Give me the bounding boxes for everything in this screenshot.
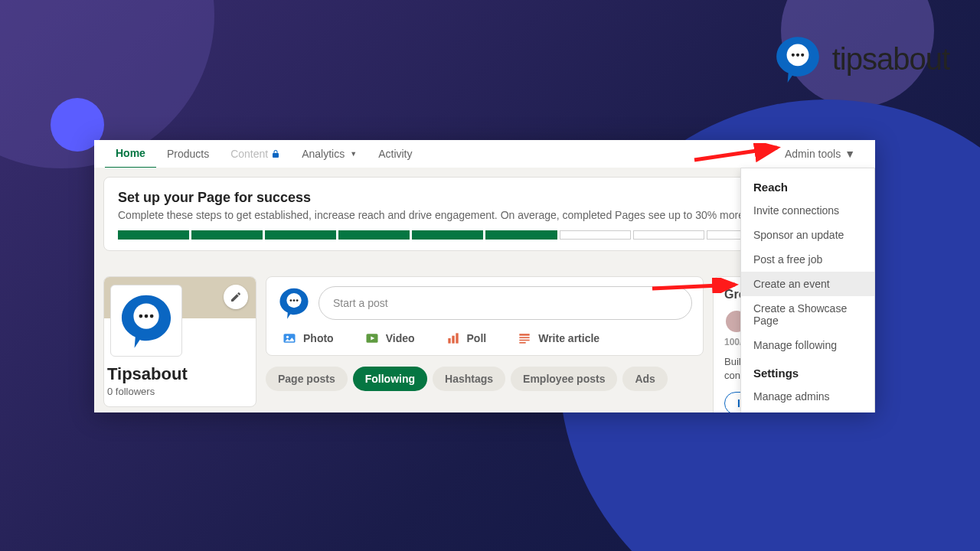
start-post-card: Start a post Photo Video Poll [266,276,704,356]
chip-following[interactable]: Following [353,367,427,391]
photo-icon [282,331,297,346]
svg-point-3 [801,54,804,57]
progress-segment [560,230,631,240]
svg-point-9 [290,299,292,302]
admin-tools-label: Admin tools [785,148,841,160]
dd-sponsor-update[interactable]: Sponsor an update [741,223,874,247]
post-actions: Photo Video Poll Write article [277,331,692,346]
progress-segment [191,230,263,240]
svg-point-6 [145,315,149,318]
edit-page-button[interactable] [224,285,248,309]
post-poll-label: Poll [467,332,487,344]
progress-segment [338,230,410,240]
tab-activity[interactable]: Activity [368,140,423,168]
post-article-button[interactable]: Write article [517,331,599,346]
page-mini-avatar-icon [277,286,311,320]
middle-column: Start a post Photo Video Poll [266,276,704,403]
dd-manage-admins[interactable]: Manage admins [741,384,874,409]
dd-create-showcase[interactable]: Create a Showcase Page [741,296,874,333]
svg-point-10 [293,299,296,302]
tab-analytics-label: Analytics [302,140,345,168]
admin-tools-button[interactable]: Admin tools ▼ [776,148,864,160]
annotation-arrow [691,143,783,163]
progress-segment [633,230,704,240]
progress-segment [118,230,189,240]
dd-invite-connections[interactable]: Invite connections [741,198,874,223]
article-icon [517,331,532,346]
dd-post-free-job[interactable]: Post a free job [741,247,874,272]
progress-segment [485,230,557,240]
tab-home[interactable]: Home [105,140,156,168]
post-video-button[interactable]: Video [364,331,415,346]
lock-icon [271,149,280,158]
tipsabout-logo-icon [773,34,823,84]
svg-point-11 [296,299,299,302]
chip-hashtags[interactable]: Hashtags [433,367,505,391]
post-poll-button[interactable]: Poll [446,331,487,346]
linkedin-page-admin: Home Products Content Analytics ▼ Activi… [94,140,875,412]
svg-point-7 [150,315,154,318]
svg-rect-15 [448,338,450,344]
caret-down-icon: ▼ [844,148,855,160]
svg-rect-17 [456,333,458,343]
start-post-input[interactable]: Start a post [318,286,692,320]
svg-point-5 [139,315,143,318]
feed-filter-chips: Page posts Following Hashtags Employee p… [266,367,704,391]
page-logo-icon [117,292,175,350]
svg-rect-19 [520,337,530,338]
post-input-row: Start a post [277,286,692,320]
post-photo-label: Photo [303,332,334,344]
progress-segment [265,230,336,240]
svg-point-2 [796,54,799,57]
page-identity-card: Tipsabout 0 followers [103,276,256,407]
post-photo-button[interactable]: Photo [282,331,334,346]
brand-logo-block: tipsabout [773,34,949,84]
video-icon [364,331,380,346]
pencil-icon [230,291,242,303]
tab-analytics[interactable]: Analytics ▼ [291,140,368,168]
tab-products[interactable]: Products [156,140,220,168]
page-followers: 0 followers [104,384,256,406]
svg-line-22 [694,148,777,160]
svg-point-1 [791,54,794,57]
progress-segment [412,230,483,240]
svg-point-13 [286,336,289,338]
post-video-label: Video [386,332,415,344]
tab-content[interactable]: Content [220,140,291,168]
setup-desc-text: Complete these steps to get established,… [118,209,779,221]
dd-manage-following[interactable]: Manage following [741,333,874,357]
caret-down-icon: ▼ [350,140,357,168]
annotation-arrow [649,278,741,293]
page-name: Tipsabout [104,357,256,384]
poll-icon [446,331,461,346]
page-avatar [110,285,182,357]
svg-rect-16 [452,336,454,344]
post-article-label: Write article [538,332,599,344]
dropdown-section-reach: Reach [741,176,874,198]
dd-create-event[interactable]: Create an event [741,272,874,296]
dropdown-section-settings: Settings [741,362,874,384]
svg-rect-18 [520,334,530,336]
svg-line-23 [652,285,735,289]
svg-rect-21 [520,342,526,344]
brand-name: tipsabout [832,42,949,77]
tab-content-label: Content [230,140,268,168]
chip-employee-posts[interactable]: Employee posts [511,367,617,391]
admin-tools-dropdown: Reach Invite connections Sponsor an upda… [740,168,875,412]
chip-page-posts[interactable]: Page posts [266,367,348,391]
chip-ads[interactable]: Ads [622,367,667,391]
svg-rect-20 [520,340,530,341]
left-column: Tipsabout 0 followers [103,276,256,403]
